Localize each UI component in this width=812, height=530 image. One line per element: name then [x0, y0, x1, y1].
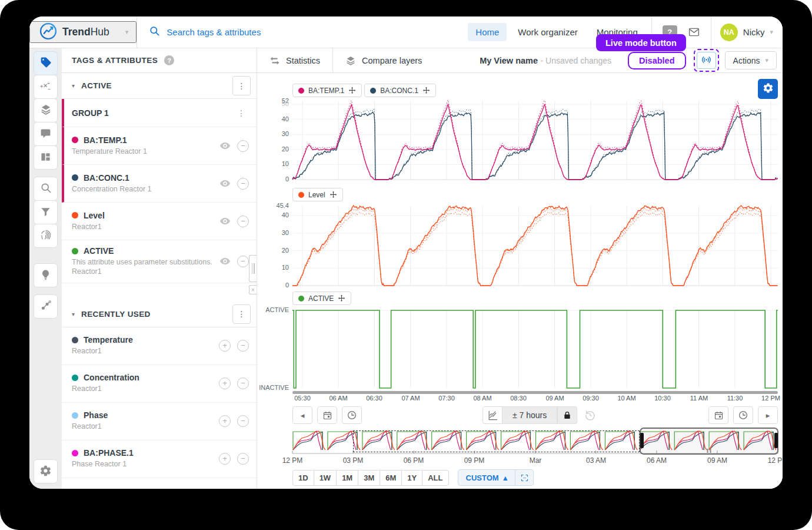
- chart-settings-button[interactable]: [758, 79, 778, 99]
- app-logo[interactable]: TrendHub ▾: [29, 21, 137, 43]
- remove-tag-button[interactable]: −: [237, 216, 249, 227]
- fingerprint-button[interactable]: [34, 224, 58, 248]
- range-1d-button[interactable]: 1D: [292, 470, 314, 486]
- custom-range-button[interactable]: CUSTOM ▴: [458, 470, 515, 485]
- tag-info: Phase Reactor1: [72, 410, 219, 431]
- context-items-button[interactable]: [34, 294, 58, 319]
- add-tag-button[interactable]: +: [219, 377, 231, 389]
- statistics-button[interactable]: Statistics: [257, 48, 332, 73]
- range-6m-button[interactable]: 6M: [380, 470, 402, 486]
- visibility-toggle-eye-icon[interactable]: [219, 178, 231, 189]
- remove-tag-button[interactable]: −: [237, 340, 249, 352]
- remove-tag-button[interactable]: −: [237, 415, 249, 427]
- help-icon[interactable]: ?: [164, 55, 174, 65]
- tag-row[interactable]: Level Reactor1 −: [62, 203, 257, 240]
- section-menu-button[interactable]: ⋮: [232, 304, 251, 324]
- tag-row[interactable]: Phase Reactor1 +−: [62, 403, 257, 440]
- x-tick-label: 11:30: [718, 395, 751, 402]
- compare-scales-button[interactable]: [482, 406, 502, 424]
- tag-info: BA:TEMP.1 Temperature Reactor 1: [72, 135, 219, 156]
- section-header[interactable]: ▾ ACTIVE ⋮: [62, 73, 257, 99]
- section-header[interactable]: ▾ RECENTLY USED ⋮: [62, 302, 257, 327]
- legend-chip[interactable]: Level: [292, 188, 343, 201]
- recommendations-button[interactable]: [34, 263, 58, 287]
- search-button[interactable]: [34, 177, 58, 201]
- section-menu-button[interactable]: ⋮: [232, 76, 251, 95]
- drag-handle-icon[interactable]: [249, 255, 257, 282]
- context-selection-window[interactable]: [640, 428, 778, 455]
- tag-row[interactable]: Temperature Reactor1 +−: [62, 327, 257, 365]
- step-forward-button[interactable]: ▸: [758, 406, 778, 424]
- range-1y-button[interactable]: 1Y: [401, 470, 422, 486]
- live-mode-button[interactable]: [697, 52, 716, 69]
- tag-color-dot: [72, 212, 78, 218]
- compare-layers-button[interactable]: Compare layers: [333, 48, 434, 73]
- selection-grip-icon[interactable]: [707, 449, 711, 453]
- dashboards-button[interactable]: [34, 145, 58, 170]
- add-tag-button[interactable]: +: [219, 415, 231, 427]
- tags-button[interactable]: [34, 51, 58, 75]
- layers-button[interactable]: [34, 98, 58, 122]
- tag-description: Reactor1: [72, 346, 219, 356]
- x-tick-label: 05:30: [286, 395, 319, 402]
- mail-icon[interactable]: [688, 26, 700, 38]
- add-tag-button[interactable]: +: [219, 453, 231, 465]
- time-button-right[interactable]: [733, 406, 753, 424]
- tag-row[interactable]: ACTIVE This attribute uses parameter sub…: [62, 240, 257, 283]
- legend-chip[interactable]: ACTIVE: [292, 292, 351, 305]
- legend-chip[interactable]: BA:TEMP.1: [292, 84, 362, 97]
- collapse-context-icon[interactable]: [515, 470, 533, 485]
- move-icon[interactable]: [330, 191, 337, 198]
- range-1w-button[interactable]: 1W: [314, 470, 337, 486]
- calendar-button[interactable]: [317, 406, 337, 424]
- user-menu[interactable]: NA Nicky ▾: [711, 24, 783, 41]
- lock-button[interactable]: [557, 406, 577, 424]
- tag-name: BA:TEMP.1: [72, 135, 219, 145]
- move-icon[interactable]: [422, 87, 430, 94]
- add-tag-button[interactable]: +: [219, 340, 231, 352]
- tag-row[interactable]: BA:PHASE.1 Phase Reactor 1 +−: [62, 440, 257, 478]
- move-icon[interactable]: [338, 294, 345, 302]
- actions-button[interactable]: Actions ▾: [725, 51, 777, 69]
- history-button[interactable]: [584, 409, 596, 421]
- horizontal-scrollbar[interactable]: [292, 391, 778, 394]
- remove-tag-button[interactable]: −: [237, 377, 249, 389]
- series-color-dot: [298, 192, 304, 198]
- visibility-toggle-eye-icon[interactable]: [219, 256, 231, 267]
- visibility-toggle-eye-icon[interactable]: [219, 216, 231, 227]
- live-mode-tooltip: Live mode button: [596, 34, 686, 51]
- filters-button[interactable]: [34, 200, 58, 224]
- group-header[interactable]: GROUP 1 ⋮: [62, 99, 257, 127]
- step-back-button[interactable]: ◂: [292, 406, 312, 424]
- nav-work-organizer[interactable]: Work organizer: [510, 23, 585, 41]
- panel-resize-handle[interactable]: ×: [249, 255, 257, 294]
- settings-button[interactable]: [34, 459, 58, 483]
- close-panel-icon[interactable]: ×: [249, 285, 257, 294]
- selection-left-handle[interactable]: [640, 433, 644, 448]
- formulas-button[interactable]: +×÷−: [34, 75, 58, 99]
- legend-chip[interactable]: BA:CONC.1: [364, 84, 436, 97]
- series-color-dot: [298, 296, 304, 302]
- range-all-button[interactable]: ALL: [422, 470, 448, 486]
- comments-button[interactable]: [34, 122, 58, 146]
- remove-tag-button[interactable]: −: [237, 453, 249, 465]
- visibility-toggle-eye-icon[interactable]: [219, 140, 231, 151]
- time-span-label[interactable]: ± 7 hours: [502, 406, 557, 424]
- tag-description: Reactor1: [72, 384, 219, 393]
- tag-row[interactable]: BA:CONC.1 Concentration Reactor 1 −: [62, 165, 257, 203]
- tag-row[interactable]: BA:TEMP.1 Temperature Reactor 1 −: [62, 127, 257, 165]
- move-icon[interactable]: [348, 87, 356, 94]
- calendar-button-right[interactable]: [708, 406, 728, 424]
- context-tick-label: Mar: [517, 456, 554, 465]
- search-input[interactable]: [167, 27, 367, 37]
- range-1m-button[interactable]: 1M: [336, 470, 358, 486]
- tag-row[interactable]: Concentration Reactor1 +−: [62, 365, 257, 403]
- range-3m-button[interactable]: 3M: [358, 470, 380, 486]
- group-menu-button[interactable]: ⋮: [234, 108, 249, 118]
- time-button[interactable]: [342, 406, 362, 424]
- nav-home[interactable]: Home: [468, 23, 507, 41]
- remove-tag-button[interactable]: −: [237, 256, 249, 267]
- remove-tag-button[interactable]: −: [237, 140, 249, 152]
- selection-right-handle[interactable]: [774, 433, 778, 448]
- remove-tag-button[interactable]: −: [237, 178, 249, 190]
